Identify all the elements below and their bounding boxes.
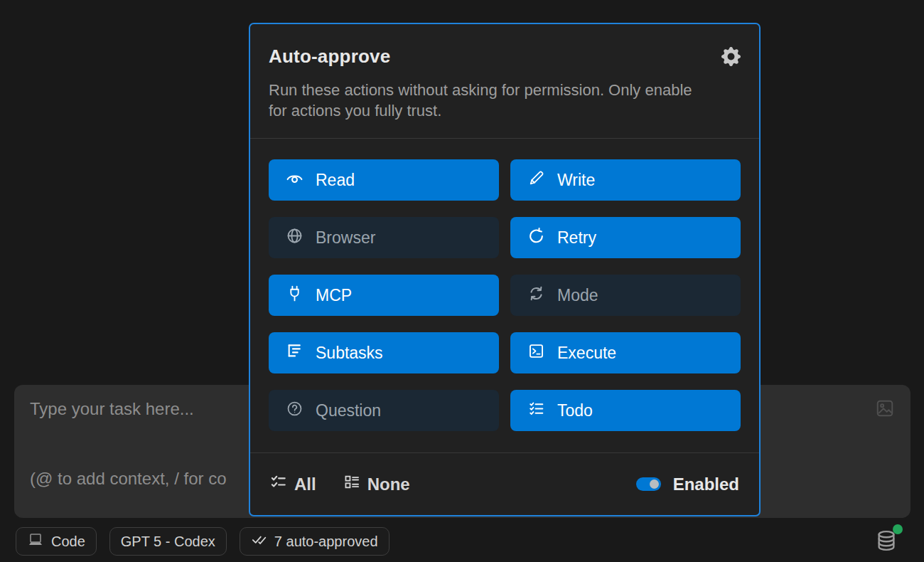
- action-label: Browser: [316, 228, 375, 248]
- action-label: Read: [316, 171, 355, 190]
- auto-approve-question-button[interactable]: Question: [269, 390, 499, 431]
- action-label: Write: [557, 171, 595, 190]
- modal-description: Run these actions without asking for per…: [269, 80, 741, 121]
- double-check-icon: [251, 531, 267, 551]
- select-none-label: None: [367, 474, 410, 494]
- auto-approve-browser-button[interactable]: Browser: [269, 217, 499, 258]
- enabled-toggle[interactable]: [636, 477, 661, 491]
- auto-approve-mcp-button[interactable]: MCP: [269, 275, 499, 316]
- action-label: Question: [316, 401, 381, 420]
- checklist-icon: [527, 400, 545, 422]
- question-icon: [286, 400, 303, 422]
- auto-approve-grid: Read Write Browser: [250, 139, 759, 452]
- model-label: GPT 5 - Codex: [121, 534, 215, 550]
- auto-approve-subtasks-button[interactable]: Subtasks: [269, 332, 499, 373]
- refresh-icon: [527, 227, 545, 249]
- settings-button[interactable]: [721, 47, 741, 68]
- action-label: Execute: [557, 344, 616, 363]
- auto-approve-mode-button[interactable]: Mode: [510, 275, 741, 316]
- database-status[interactable]: [874, 529, 900, 554]
- action-label: Subtasks: [316, 344, 383, 363]
- auto-approve-retry-button[interactable]: Retry: [510, 217, 741, 258]
- laptop-icon: [27, 531, 44, 552]
- action-label: Retry: [557, 228, 596, 248]
- eye-icon: [286, 169, 303, 191]
- auto-approve-execute-button[interactable]: Execute: [510, 332, 741, 373]
- select-none-list-icon: [343, 474, 360, 494]
- enabled-toggle-group[interactable]: Enabled: [636, 474, 739, 494]
- mode-label: Code: [51, 534, 85, 550]
- context-hint: (@ to add context, / for co: [30, 469, 227, 489]
- auto-approve-todo-button[interactable]: Todo: [510, 390, 741, 431]
- toggle-knob: [650, 479, 659, 489]
- select-all-checklist-icon: [270, 474, 286, 494]
- model-select-button[interactable]: GPT 5 - Codex: [109, 527, 227, 556]
- sync-icon: [527, 285, 545, 307]
- plug-icon: [286, 285, 303, 307]
- database-icon: [874, 543, 898, 555]
- auto-approve-write-button[interactable]: Write: [510, 159, 741, 201]
- online-status-dot: [893, 524, 903, 534]
- select-all-label: All: [294, 474, 316, 494]
- action-label: Todo: [557, 401, 593, 420]
- add-image-icon[interactable]: [875, 398, 895, 421]
- enabled-label: Enabled: [673, 474, 739, 494]
- auto-approve-read-button[interactable]: Read: [269, 159, 499, 201]
- auto-approve-modal: Auto-approve Run these actions without a…: [249, 23, 761, 516]
- list-tree-icon: [286, 342, 303, 364]
- pencil-icon: [527, 169, 545, 191]
- mode-select-button[interactable]: Code: [16, 527, 97, 556]
- modal-title: Auto-approve: [269, 46, 390, 68]
- action-label: MCP: [316, 286, 352, 305]
- status-bar: Code GPT 5 - Codex 7 auto-approved: [16, 527, 390, 556]
- gear-icon: [721, 58, 741, 68]
- modal-header: Auto-approve Run these actions without a…: [250, 24, 759, 138]
- auto-approved-summary-button[interactable]: 7 auto-approved: [240, 527, 390, 556]
- auto-approved-label: 7 auto-approved: [274, 534, 378, 550]
- action-label: Mode: [557, 286, 598, 305]
- terminal-icon: [527, 342, 545, 364]
- select-none-button[interactable]: None: [343, 474, 410, 494]
- globe-icon: [286, 227, 303, 249]
- modal-footer: All None Enabled: [250, 453, 759, 515]
- select-all-button[interactable]: All: [270, 474, 316, 494]
